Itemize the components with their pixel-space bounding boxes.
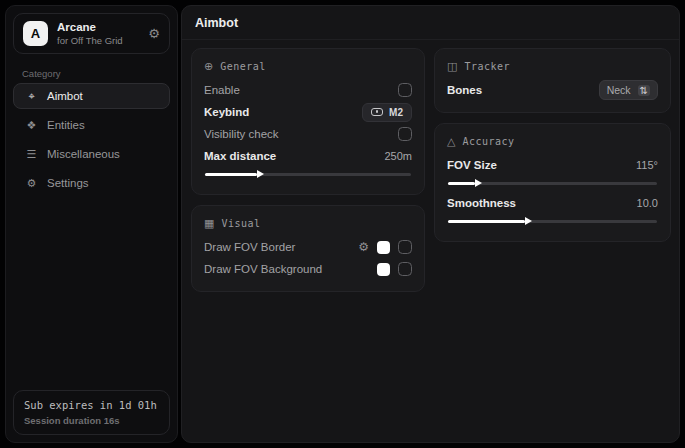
tracker-icon: ◫ bbox=[447, 60, 457, 73]
bones-label: Bones bbox=[447, 84, 482, 96]
sliders-icon: ☰ bbox=[25, 148, 38, 161]
page-title: Aimbot bbox=[195, 16, 238, 30]
accuracy-card-title: Accuracy bbox=[462, 136, 514, 147]
page-header: Aimbot bbox=[182, 6, 679, 40]
tracker-card: ◫ Tracker Bones Neck ⇅ bbox=[434, 48, 671, 113]
app-identity: Arcane for Off The Grid bbox=[57, 21, 139, 46]
smoothness-row: Smoothness 10.0 bbox=[447, 192, 658, 214]
sidebar-item-miscellaneous[interactable]: ☰ Miscellaneous bbox=[13, 141, 170, 167]
fov-size-slider[interactable] bbox=[448, 178, 657, 188]
fov-border-checkbox[interactable] bbox=[398, 240, 412, 254]
app-logo: A bbox=[23, 21, 48, 46]
general-icon: ⊕ bbox=[204, 60, 213, 73]
visibility-check-label: Visibility check bbox=[204, 128, 279, 140]
left-column: ⊕ General Enable Keybind M2 bbox=[191, 48, 425, 302]
keybind-label: Keybind bbox=[204, 106, 249, 118]
general-card: ⊕ General Enable Keybind M2 bbox=[191, 48, 425, 195]
visual-card: ▦ Visual Draw FOV Border ⚙ Draw FOV Back… bbox=[191, 205, 425, 292]
gear-icon[interactable]: ⚙ bbox=[148, 26, 160, 41]
max-distance-value: 250m bbox=[384, 150, 412, 162]
fov-size-label: FOV Size bbox=[447, 159, 497, 171]
slider-fill[interactable] bbox=[448, 220, 525, 223]
app-window: A Arcane for Off The Grid ⚙ Category ⌖ A… bbox=[0, 0, 685, 448]
draw-fov-border-row: Draw FOV Border ⚙ bbox=[204, 236, 412, 258]
general-card-header: ⊕ General bbox=[204, 60, 412, 73]
draw-fov-border-controls: ⚙ bbox=[358, 240, 412, 254]
draw-fov-background-row: Draw FOV Background bbox=[204, 258, 412, 280]
app-subtitle: for Off The Grid bbox=[57, 35, 139, 46]
bones-selected-value: Neck bbox=[607, 84, 631, 96]
bones-select-button[interactable]: Neck ⇅ bbox=[599, 80, 658, 100]
sidebar-item-entities[interactable]: ❖ Entities bbox=[13, 112, 170, 138]
fov-border-color-swatch[interactable] bbox=[377, 241, 390, 254]
tracker-card-title: Tracker bbox=[464, 61, 510, 72]
draw-fov-border-label: Draw FOV Border bbox=[204, 241, 295, 253]
sidebar-item-label: Entities bbox=[47, 119, 85, 131]
sidebar-item-label: Settings bbox=[47, 177, 89, 189]
draw-fov-background-label: Draw FOV Background bbox=[204, 263, 322, 275]
accuracy-card: △ Accuracy FOV Size 115° Smoothness 10.0 bbox=[434, 123, 671, 242]
page-content: ⊕ General Enable Keybind M2 bbox=[182, 40, 679, 443]
mouse-icon bbox=[371, 108, 383, 116]
max-distance-label: Max distance bbox=[204, 150, 276, 162]
sidebar: A Arcane for Off The Grid ⚙ Category ⌖ A… bbox=[5, 5, 178, 443]
general-card-title: General bbox=[220, 61, 266, 72]
visual-card-title: Visual bbox=[221, 218, 260, 229]
sidebar-item-aimbot[interactable]: ⌖ Aimbot bbox=[13, 83, 170, 109]
sidebar-item-settings[interactable]: ⚙ Settings bbox=[13, 170, 170, 196]
subscription-info-card: Sub expires in 1d 01h Session duration 1… bbox=[13, 390, 170, 435]
category-label: Category bbox=[22, 68, 177, 79]
sidebar-item-label: Aimbot bbox=[47, 90, 83, 102]
sub-expires-text: Sub expires in 1d 01h bbox=[24, 399, 159, 411]
settings-gear-icon: ⚙ bbox=[25, 177, 38, 190]
smoothness-slider[interactable] bbox=[448, 216, 657, 226]
smoothness-label: Smoothness bbox=[447, 197, 516, 209]
accuracy-icon: △ bbox=[447, 135, 455, 148]
enable-row: Enable bbox=[204, 79, 412, 101]
tracker-card-header: ◫ Tracker bbox=[447, 60, 658, 73]
smoothness-value: 10.0 bbox=[637, 197, 658, 209]
fov-background-color-swatch[interactable] bbox=[377, 263, 390, 276]
fov-size-row: FOV Size 115° bbox=[447, 154, 658, 176]
slider-fill[interactable] bbox=[205, 173, 257, 176]
sidebar-nav: ⌖ Aimbot ❖ Entities ☰ Miscellaneous ⚙ Se… bbox=[6, 83, 177, 196]
sidebar-item-label: Miscellaneous bbox=[47, 148, 120, 160]
visual-icon: ▦ bbox=[204, 217, 214, 230]
session-duration-text: Session duration 16s bbox=[24, 415, 159, 426]
enable-checkbox[interactable] bbox=[398, 83, 412, 97]
enable-label: Enable bbox=[204, 84, 240, 96]
right-column: ◫ Tracker Bones Neck ⇅ △ Accuracy bbox=[434, 48, 671, 252]
fov-border-gear-icon[interactable]: ⚙ bbox=[358, 240, 369, 254]
crosshair-icon: ⌖ bbox=[25, 90, 38, 103]
fov-size-value: 115° bbox=[636, 159, 658, 171]
app-logo-card: A Arcane for Off The Grid ⚙ bbox=[13, 13, 170, 54]
main-panel: Aimbot ⊕ General Enable Keybind bbox=[181, 5, 680, 443]
unfold-arrows-icon: ⇅ bbox=[638, 85, 650, 96]
fov-background-checkbox[interactable] bbox=[398, 262, 412, 276]
visibility-check-row: Visibility check bbox=[204, 123, 412, 145]
bones-row: Bones Neck ⇅ bbox=[447, 79, 658, 101]
visual-card-header: ▦ Visual bbox=[204, 217, 412, 230]
visibility-check-checkbox[interactable] bbox=[398, 127, 412, 141]
slider-fill[interactable] bbox=[448, 182, 475, 185]
keybind-value: M2 bbox=[389, 107, 403, 118]
max-distance-row: Max distance 250m bbox=[204, 145, 412, 167]
draw-fov-background-controls bbox=[377, 262, 412, 276]
keybind-button[interactable]: M2 bbox=[362, 103, 412, 122]
accuracy-card-header: △ Accuracy bbox=[447, 135, 658, 148]
max-distance-slider[interactable] bbox=[205, 169, 411, 179]
keybind-row: Keybind M2 bbox=[204, 101, 412, 123]
app-name: Arcane bbox=[57, 21, 139, 33]
entities-icon: ❖ bbox=[25, 119, 38, 132]
